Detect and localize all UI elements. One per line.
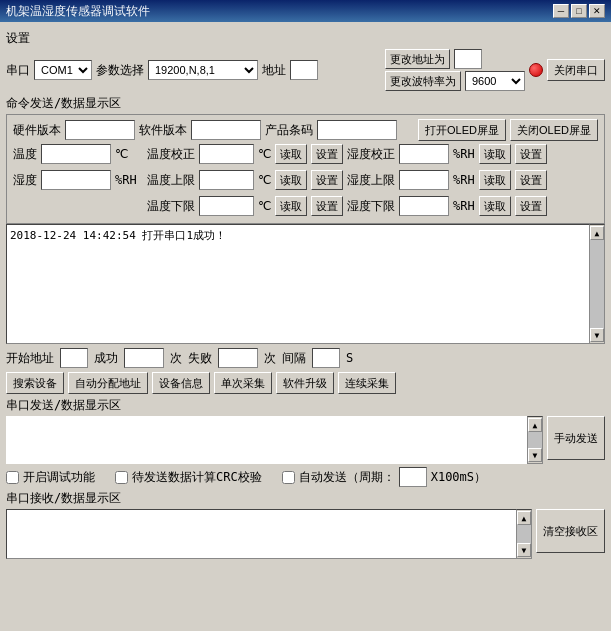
clear-recv-button[interactable]: 清空接收区 [536,509,605,553]
temp-row: 温度 ℃ [13,144,143,164]
temp-upper-read-button[interactable]: 读取 [275,170,307,190]
change-addr-input[interactable]: 1 [454,49,482,69]
interval-input[interactable]: 2 [312,348,340,368]
change-baud-button[interactable]: 更改波特率为 [385,71,461,91]
open-oled-button[interactable]: 打开OLED屏显 [418,119,506,141]
recv-scroll-up[interactable]: ▲ [517,511,531,525]
temp-cal-input[interactable] [199,144,254,164]
continuous-collect-button[interactable]: 连续采集 [338,372,396,394]
send-textarea[interactable] [6,416,527,464]
right-controls: 更改地址为 1 更改波特率为 96001920038400 关闭串口 [385,49,605,91]
hum-lower-read-button[interactable]: 读取 [479,196,511,216]
success-label: 成功 [94,350,118,367]
product-sn-label: 产品条码 [265,122,313,139]
single-collect-button[interactable]: 单次采集 [214,372,272,394]
crc-label: 待发送数据计算CRC校验 [132,469,262,486]
close-button[interactable]: ✕ [589,4,605,18]
title-bar: 机架温湿度传感器调试软件 ─ □ ✕ [0,0,611,22]
send-scroll-up[interactable]: ▲ [528,418,542,432]
debug-checkbox[interactable] [6,471,19,484]
cal-row: 温度校正 ℃ 读取 设置 湿度校正 %RH 读取 设置 [147,144,598,164]
auto-send-label: 自动发送（周期： [299,469,395,486]
temp-lower-read-button[interactable]: 读取 [275,196,307,216]
serial-send-content: ▲ ▼ 开启调试功能 待发送数据计算CRC校验 自动发送（周期： 20 X100… [6,416,543,487]
auto-send-value-input[interactable]: 20 [399,467,427,487]
start-addr-input[interactable]: 1 [60,348,88,368]
search-device-button[interactable]: 搜索设备 [6,372,64,394]
close-oled-button[interactable]: 关闭OLED屏显 [510,119,598,141]
addr-input[interactable]: 1 [290,60,318,80]
close-port-button[interactable]: 关闭串口 [547,59,605,81]
sensor-rows: 温度 ℃ 湿度 %RH 温度校正 ℃ [13,144,598,219]
addr-label: 地址 [262,62,286,79]
baud-select[interactable]: 96001920038400 [465,71,525,91]
hum-value-input[interactable] [41,170,111,190]
hum-lower-input[interactable] [399,196,449,216]
send-scrollbar[interactable]: ▲ ▼ [527,416,543,464]
temp-upper-input[interactable] [199,170,254,190]
hum-cal-set-button[interactable]: 设置 [515,144,547,164]
temp-lower-set-button[interactable]: 设置 [311,196,343,216]
serial-recv-title: 串口接收/数据显示区 [6,490,605,507]
port-select[interactable]: COM1COM2COM3 [34,60,92,80]
send-scroll-down[interactable]: ▼ [528,448,542,462]
cmd-area-title: 命令发送/数据显示区 [6,95,605,112]
log-text-area: 2018-12-24 14:42:54 打开串口1成功！ [6,224,589,344]
success-input[interactable] [124,348,164,368]
upper-row: 温度上限 ℃ 读取 设置 湿度上限 %RH 读取 设置 [147,170,598,190]
maximize-button[interactable]: □ [571,4,587,18]
temp-cal-set-button[interactable]: 设置 [311,144,343,164]
sw-version-label: 软件版本 [139,122,187,139]
recv-scroll-down[interactable]: ▼ [517,543,531,557]
minimize-button[interactable]: ─ [553,4,569,18]
product-sn-input[interactable] [317,120,397,140]
hum-lower-unit: %RH [453,199,475,213]
cal-limits-grid: 温度校正 ℃ 读取 设置 湿度校正 %RH 读取 设置 温度上限 [147,144,598,219]
temp-cal-read-button[interactable]: 读取 [275,144,307,164]
device-info-button[interactable]: 设备信息 [152,372,210,394]
main-content: 设置 串口 COM1COM2COM3 参数选择 19200,N,8,19600,… [0,22,611,563]
hum-row: 湿度 %RH [13,170,143,190]
temp-upper-label: 温度上限 [147,172,195,189]
auto-addr-button[interactable]: 自动分配地址 [68,372,148,394]
log-scroll-up[interactable]: ▲ [590,226,604,240]
temp-upper-unit: ℃ [258,173,271,187]
fail-input[interactable] [218,348,258,368]
upgrade-button[interactable]: 软件升级 [276,372,334,394]
temp-lower-input[interactable] [199,196,254,216]
temp-cal-label: 温度校正 [147,146,195,163]
hum-cal-label: 湿度校正 [347,146,395,163]
crc-checkbox[interactable] [115,471,128,484]
hum-lower-set-button[interactable]: 设置 [515,196,547,216]
action-buttons-row: 搜索设备 自动分配地址 设备信息 单次采集 软件升级 连续采集 [6,372,605,394]
sw-version-input[interactable] [191,120,261,140]
recv-scrollbar[interactable]: ▲ ▼ [516,509,532,559]
settings-label: 设置 [6,30,605,47]
hw-version-input[interactable] [65,120,135,140]
serial-recv-wrapper: ▲ ▼ 清空接收区 [6,509,605,559]
hum-upper-read-button[interactable]: 读取 [479,170,511,190]
hum-label: 湿度 [13,172,37,189]
hum-upper-input[interactable] [399,170,449,190]
hum-cal-read-button[interactable]: 读取 [479,144,511,164]
recv-textarea[interactable] [6,509,516,559]
success-unit: 次 [170,350,182,367]
log-content: 2018-12-24 14:42:54 打开串口1成功！ [10,229,226,242]
params-select[interactable]: 19200,N,8,19600,N,8,1 [148,60,258,80]
cmd-area-box: 硬件版本 软件版本 产品条码 打开OLED屏显 关闭OLED屏显 温度 [6,114,605,224]
fail-label: 失败 [188,350,212,367]
connection-indicator [529,63,543,77]
hum-cal-input[interactable] [399,144,449,164]
temp-value-input[interactable] [41,144,111,164]
log-scroll-track [590,240,604,328]
cmd-area: 命令发送/数据显示区 硬件版本 软件版本 产品条码 打开OLED屏显 关闭OLE… [6,95,605,224]
auto-send-checkbox[interactable] [282,471,295,484]
change-addr-button[interactable]: 更改地址为 [385,49,450,69]
interval-label: 间隔 [282,350,306,367]
temp-upper-set-button[interactable]: 设置 [311,170,343,190]
log-scrollbar[interactable]: ▲ ▼ [589,224,605,344]
temp-cal-unit: ℃ [258,147,271,161]
manual-send-button[interactable]: 手动发送 [547,416,605,460]
log-scroll-down[interactable]: ▼ [590,328,604,342]
hum-upper-set-button[interactable]: 设置 [515,170,547,190]
